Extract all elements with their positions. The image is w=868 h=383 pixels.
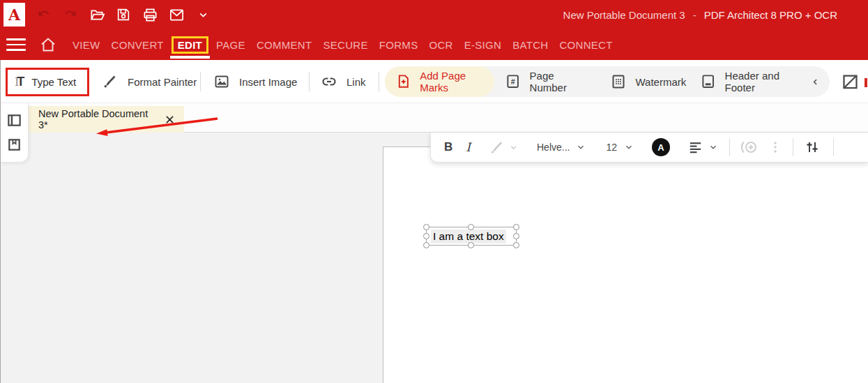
align-select[interactable] — [687, 140, 718, 156]
resize-handle-se[interactable] — [513, 242, 519, 248]
font-family-value: Helve... — [537, 142, 570, 153]
undo-button[interactable] — [32, 3, 56, 27]
highlighter-options-button[interactable] — [509, 143, 518, 152]
toolbar-separator — [309, 72, 310, 91]
align-left-icon — [687, 140, 703, 156]
mail-icon — [169, 7, 185, 23]
highlighter-button[interactable] — [488, 139, 505, 156]
folder-open-icon — [89, 7, 105, 23]
add-page-marks-button[interactable]: Add Page Marks — [385, 66, 494, 97]
tab-esign[interactable]: E-SIGN — [464, 39, 501, 51]
more-options-button[interactable] — [769, 140, 782, 154]
insert-image-label: Insert Image — [239, 76, 297, 88]
undo-icon — [36, 7, 52, 22]
side-panel — [0, 103, 29, 163]
insert-image-icon — [213, 73, 230, 90]
tab-ocr[interactable]: OCR — [429, 39, 452, 51]
collapse-group-button[interactable] — [810, 77, 821, 87]
text-box[interactable]: I am a text box — [426, 227, 517, 246]
print-button[interactable] — [138, 3, 162, 27]
page-number-button[interactable]: # Page Number — [505, 70, 592, 93]
kebab-menu-icon — [769, 140, 782, 154]
pdf-page[interactable] — [383, 147, 868, 383]
resize-handle-s[interactable] — [468, 242, 474, 248]
print-icon — [142, 7, 158, 23]
panel-toggle-button[interactable] — [6, 112, 22, 128]
chevron-down-icon — [509, 143, 518, 152]
tab-forms[interactable]: FORMS — [379, 39, 418, 51]
watermark-button[interactable]: Watermark — [610, 73, 686, 90]
menu-button[interactable] — [6, 37, 26, 52]
bookmarks-panel-button[interactable] — [6, 137, 22, 153]
bold-button[interactable]: B — [444, 140, 452, 154]
type-text-button[interactable]: I T Type Text — [6, 68, 89, 96]
resize-handle-sw[interactable] — [423, 242, 429, 248]
link-icon — [321, 73, 337, 90]
header-footer-button[interactable]: Header and Footer — [700, 70, 810, 93]
window-title-document: New Portable Document 3 — [563, 9, 685, 21]
insert-image-button[interactable]: Insert Image — [213, 60, 297, 103]
toolbar-separator — [793, 138, 793, 156]
resize-handle-w[interactable] — [423, 233, 429, 239]
tab-secure[interactable]: SECURE — [323, 39, 367, 51]
document-area: B I Helve... 12 — [0, 133, 868, 383]
text-box-content[interactable]: I am a text box — [431, 230, 506, 243]
resize-handle-e[interactable] — [513, 233, 519, 239]
add-page-marks-icon — [395, 73, 411, 90]
home-button[interactable] — [40, 36, 56, 53]
header-footer-label: Header and Footer — [725, 70, 810, 93]
window-title-separator: - — [693, 9, 696, 21]
document-tab[interactable]: New Portable Document 3* — [28, 106, 184, 133]
clipped-button-fragment — [865, 78, 867, 87]
window-title-app: PDF Architect 8 PRO + OCR — [704, 9, 837, 21]
circle-plus-icon — [739, 139, 760, 156]
tab-convert[interactable]: CONVERT — [112, 39, 164, 51]
window-left-border — [0, 60, 1, 383]
properties-button[interactable] — [804, 139, 821, 156]
font-family-select[interactable]: Helve... — [537, 142, 586, 153]
close-tab-button[interactable] — [164, 114, 176, 126]
font-color-letter: A — [657, 142, 664, 153]
whiteout-button[interactable] — [841, 72, 860, 91]
ribbon-tabs: VIEW CONVERT EDIT PAGE COMMENT SECURE FO… — [73, 29, 613, 60]
font-size-select[interactable]: 12 — [606, 142, 634, 153]
resize-handle-nw[interactable] — [423, 224, 429, 230]
format-painter-button[interactable]: Format Painter — [102, 60, 197, 103]
tab-page[interactable]: PAGE — [216, 39, 245, 51]
tab-comment[interactable]: COMMENT — [257, 39, 312, 51]
email-button[interactable] — [165, 3, 188, 27]
save-button[interactable] — [112, 3, 135, 27]
font-color-button[interactable]: A — [652, 138, 670, 156]
chevron-left-icon — [810, 77, 821, 87]
sliders-icon — [804, 139, 821, 156]
type-text-label: Type Text — [31, 76, 76, 88]
window-title: New Portable Document 3 - PDF Architect … — [563, 0, 837, 29]
chevron-down-icon — [708, 142, 718, 152]
watermark-icon — [610, 73, 627, 90]
more-commands-button[interactable] — [191, 3, 215, 27]
open-file-button[interactable] — [85, 3, 109, 27]
tab-connect[interactable]: CONNECT — [559, 39, 612, 51]
highlighter-icon — [488, 139, 505, 156]
ribbon-bar: VIEW CONVERT EDIT PAGE COMMENT SECURE FO… — [0, 29, 868, 60]
tab-view[interactable]: VIEW — [73, 39, 100, 51]
watermark-label: Watermark — [635, 76, 686, 88]
resize-handle-ne[interactable] — [513, 224, 519, 230]
link-button[interactable]: Link — [321, 60, 366, 103]
toolbar-separator — [379, 72, 379, 91]
bookmark-icon — [6, 137, 22, 153]
chevron-down-icon — [197, 9, 209, 21]
italic-button[interactable]: I — [466, 140, 471, 154]
chevron-down-icon — [624, 142, 634, 152]
link-label: Link — [347, 76, 366, 88]
group-edit-button[interactable] — [739, 139, 760, 156]
header-footer-icon — [700, 73, 716, 90]
tab-edit[interactable]: EDIT — [172, 36, 208, 54]
quick-access-toolbar — [32, 3, 215, 27]
redo-button[interactable] — [59, 3, 82, 27]
chevron-down-icon — [576, 142, 586, 152]
resize-handle-n[interactable] — [468, 224, 474, 230]
document-tab-bar: New Portable Document 3* — [0, 103, 868, 133]
tab-batch[interactable]: BATCH — [512, 39, 548, 51]
app-logo: A — [3, 3, 25, 27]
